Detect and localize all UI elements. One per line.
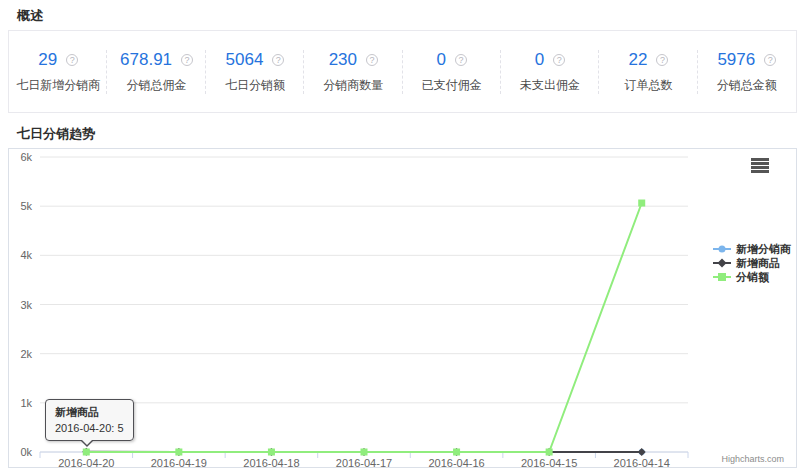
stat-item: 29 ? 七日新增分销商 <box>9 31 107 112</box>
legend-item-新增分销商[interactable]: 新增分销商 <box>713 243 791 255</box>
help-icon[interactable]: ? <box>553 54 565 66</box>
stat-value: 230 <box>329 50 357 70</box>
stat-item: 0 ? 未支出佣金 <box>501 31 599 112</box>
help-icon[interactable]: ? <box>366 54 378 66</box>
x-axis-label: 2016-04-16 <box>428 457 484 467</box>
stat-item: 5064 ? 七日分销额 <box>206 31 304 112</box>
chart-export-menu-icon[interactable] <box>751 158 769 173</box>
y-axis-label: 6k <box>20 151 32 163</box>
legend-label: 新增分销商 <box>735 243 791 255</box>
stat-value-row: 678.91 ? <box>120 50 193 70</box>
series-分销额 <box>83 200 645 456</box>
help-icon[interactable]: ? <box>181 54 193 66</box>
legend-label: 分销额 <box>735 271 770 284</box>
stat-value: 29 <box>38 50 57 70</box>
stat-item: 22 ? 订单总数 <box>599 31 697 112</box>
help-icon[interactable]: ? <box>764 54 776 66</box>
x-axis-label: 2016-04-17 <box>336 457 392 467</box>
stat-label: 分销总佣金 <box>127 77 187 94</box>
tooltip-series-name: 新增商品 <box>55 405 124 420</box>
x-axis-label: 2016-04-18 <box>243 457 299 467</box>
help-icon[interactable]: ? <box>272 54 284 66</box>
y-axis-label: 0k <box>20 446 32 458</box>
stat-label: 订单总数 <box>624 77 672 94</box>
stat-item: 230 ? 分销商数量 <box>304 31 402 112</box>
stat-label: 七日新增分销商 <box>16 77 100 94</box>
help-icon[interactable]: ? <box>455 54 467 66</box>
stat-item: 5976 ? 分销总金额 <box>698 31 796 112</box>
stat-value: 0 <box>436 50 445 70</box>
help-icon[interactable]: ? <box>656 54 668 66</box>
stat-value-row: 230 ? <box>329 50 378 70</box>
stat-value-row: 0 ? <box>436 50 466 70</box>
y-axis-label: 2k <box>20 348 32 360</box>
legend-item-分销额[interactable]: 分销额 <box>713 271 770 284</box>
y-axis-label: 4k <box>20 249 32 261</box>
overview-title: 概述 <box>17 7 43 25</box>
stat-value-row: 5976 ? <box>717 50 776 70</box>
stat-label: 未支出佣金 <box>520 77 580 94</box>
stat-value: 5976 <box>717 50 755 70</box>
y-axis-label: 1k <box>20 397 32 409</box>
stat-label: 已支付佣金 <box>422 77 482 94</box>
stats-panel: 29 ? 七日新增分销商 678.91 ? 分销总佣金 5064 ? 七日分销额… <box>8 30 797 113</box>
chart-tooltip: 新增商品 2016-04-20: 5 <box>45 399 134 441</box>
trend-title: 七日分销趋势 <box>17 125 95 143</box>
stat-value: 678.91 <box>120 50 172 70</box>
stat-value-row: 22 ? <box>628 50 668 70</box>
highcharts-credit[interactable]: Highcharts.com <box>721 454 784 464</box>
x-axis-label: 2016-04-15 <box>521 457 577 467</box>
stat-value-row: 0 ? <box>535 50 565 70</box>
stat-value: 0 <box>535 50 544 70</box>
stat-value-row: 5064 ? <box>226 50 285 70</box>
stat-item: 0 ? 已支付佣金 <box>403 31 501 112</box>
stat-value: 5064 <box>226 50 264 70</box>
stat-label: 分销总金额 <box>717 77 777 94</box>
x-axis-label: 2016-04-14 <box>614 457 670 467</box>
stat-value: 22 <box>628 50 647 70</box>
x-axis-label: 2016-04-20 <box>58 457 114 467</box>
legend-label: 新增商品 <box>735 257 780 269</box>
tooltip-value: 2016-04-20: 5 <box>55 422 124 434</box>
legend-item-新增商品[interactable]: 新增商品 <box>713 257 780 269</box>
stat-label: 分销商数量 <box>323 77 383 94</box>
y-axis-label: 3k <box>20 299 32 311</box>
y-axis-label: 5k <box>20 200 32 212</box>
help-icon[interactable]: ? <box>66 54 78 66</box>
stat-value-row: 29 ? <box>38 50 78 70</box>
stat-item: 678.91 ? 分销总佣金 <box>107 31 205 112</box>
stat-label: 七日分销额 <box>225 77 285 94</box>
trend-chart: 0k1k2k3k4k5k6k2016-04-202016-04-192016-0… <box>8 148 797 468</box>
x-axis-label: 2016-04-19 <box>151 457 207 467</box>
